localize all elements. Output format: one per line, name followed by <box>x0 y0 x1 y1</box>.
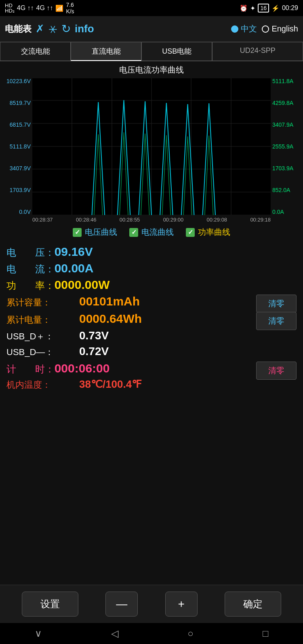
chart-title: 电压电流功率曲线 <box>3 65 300 75</box>
settings-button[interactable]: 设置 <box>22 592 78 617</box>
timer-value: 000:06:00 <box>55 362 110 375</box>
bluetooth-nav-icon[interactable]: ✗ <box>36 23 44 35</box>
time-display: 00:29 <box>282 4 298 12</box>
bluetooth-status-icon: ✦ <box>250 4 255 12</box>
wifi-icon: 📶 <box>55 4 63 12</box>
voltage-label: 电 压： <box>6 246 55 259</box>
chart-section: 电压电流功率曲线 10223.6V 8519.7V 6815.7V 5111.8… <box>0 61 303 223</box>
status-left: HDHD₂ 4G ↑↑ 4G ↑↑ 📶 7.6K/s <box>5 2 74 15</box>
temp-row: 机内温度： 38℃/100.4℉ <box>6 378 297 391</box>
data-section: 电 压： 09.16V 电 流： 00.00A 功 率： 0000.00W 累计… <box>0 242 303 397</box>
power-row: 功 率： 0000.00W <box>6 278 297 292</box>
y-right-label-4: 1703.9A <box>272 165 300 171</box>
nav-recent-button[interactable]: □ <box>263 628 269 639</box>
current-value: 00.00A <box>55 261 94 275</box>
voltage-checkbox[interactable]: ✓ <box>73 228 82 237</box>
voltage-legend-label: 电压曲线 <box>85 227 117 238</box>
minus-button[interactable]: — <box>105 592 138 617</box>
nav-down-button[interactable]: ∨ <box>35 628 42 639</box>
plus-button[interactable]: + <box>165 592 198 617</box>
lang-zh-option[interactable]: 中文 <box>231 23 257 34</box>
current-label: 电 流： <box>6 263 55 276</box>
hd-indicator: HDHD₂ <box>5 3 15 13</box>
legend-voltage[interactable]: ✓ 电压曲线 <box>73 227 117 238</box>
top-nav: 电能表 ✗ ⚹ ↻ info 中文 English <box>0 16 303 42</box>
clear-capacity-button[interactable]: 清零 <box>256 295 297 313</box>
tab-usb[interactable]: USB电能 <box>141 42 212 61</box>
y-left-label-6: 0.0V <box>3 209 31 215</box>
nav-back-button[interactable]: ◁ <box>111 628 118 639</box>
current-checkbox[interactable]: ✓ <box>129 228 138 237</box>
usb-d-plus-row: USB_D＋： 0.73V <box>6 329 297 343</box>
tab-bar: 交流电能 直流电能 USB电能 UD24-SPP <box>0 42 303 61</box>
y-left-label-1: 8519.7V <box>3 100 31 106</box>
y-left-label-4: 3407.9V <box>3 165 31 171</box>
bluetooth-icon[interactable]: ⚹ <box>48 23 57 35</box>
power-value: 0000.00W <box>55 278 110 292</box>
y-right-label-0: 5111.8A <box>272 78 300 84</box>
lang-en-label: English <box>271 24 298 33</box>
charging-icon: ⚡ <box>271 4 280 12</box>
usb-d-minus-value: 0.72V <box>79 345 109 358</box>
capacity-label: 累计容量： <box>6 297 79 309</box>
chart-main <box>32 78 271 215</box>
info-label[interactable]: info <box>75 23 94 35</box>
legend-power[interactable]: ✓ 功率曲线 <box>186 227 230 238</box>
x-label-4: 00:29:08 <box>207 217 227 223</box>
signal-4g-2: 4G ↑↑ <box>36 4 53 12</box>
language-selector: 中文 English <box>231 23 298 34</box>
x-label-2: 00:28:55 <box>120 217 140 223</box>
y-left-label-3: 5111.8V <box>3 143 31 150</box>
y-right-label-2: 3407.9A <box>272 121 300 128</box>
energy-label: 累计电量： <box>6 314 79 326</box>
y-left-label-5: 1703.9V <box>3 187 31 193</box>
clear-timer-button[interactable]: 清零 <box>256 362 297 380</box>
alarm-icon: ⏰ <box>240 4 248 12</box>
energy-row: 累计电量： 0000.64Wh 清零 <box>6 312 297 326</box>
clear-energy-button[interactable]: 清零 <box>256 312 297 330</box>
y-right-label-5: 852.0A <box>272 187 300 193</box>
voltage-value: 09.16V <box>55 245 93 259</box>
bottom-bar: 设置 — + 确定 <box>0 585 303 623</box>
chart-container: 10223.6V 8519.7V 6815.7V 5111.8V 3407.9V… <box>3 78 300 215</box>
refresh-icon[interactable]: ↻ <box>61 22 71 36</box>
usb-d-minus-label: USB_D—： <box>6 346 79 358</box>
nav-home-button[interactable]: ○ <box>187 628 194 639</box>
timer-row: 计 时： 000:06:00 清零 <box>6 362 297 376</box>
legend-current[interactable]: ✓ 电流曲线 <box>129 227 174 238</box>
chart-legend: ✓ 电压曲线 ✓ 电流曲线 ✓ 功率曲线 <box>0 223 303 242</box>
power-checkbox[interactable]: ✓ <box>186 228 195 237</box>
y-right-label-3: 2555.9A <box>272 143 300 150</box>
battery-indicator: 16 <box>258 4 269 13</box>
chart-y-right: 5111.8A 4259.8A 3407.9A 2555.9A 1703.9A … <box>271 78 300 215</box>
temp-label: 机内温度： <box>6 379 79 391</box>
system-nav: ∨ ◁ ○ □ <box>0 623 303 644</box>
energy-value: 0000.64Wh <box>79 312 142 326</box>
usb-d-plus-label: USB_D＋： <box>6 330 79 343</box>
tab-device: UD24-SPP <box>212 42 303 61</box>
tab-dc[interactable]: 直流电能 <box>71 42 141 61</box>
status-bar: HDHD₂ 4G ↑↑ 4G ↑↑ 📶 7.6K/s ⏰ ✦ 16 ⚡ 00:2… <box>0 0 303 16</box>
current-row: 电 流： 00.00A <box>6 261 297 276</box>
y-right-label-1: 4259.8A <box>272 100 300 106</box>
y-right-label-6: 0.0A <box>272 209 300 215</box>
status-right: ⏰ ✦ 16 ⚡ 00:29 <box>240 4 298 13</box>
y-left-label-2: 6815.7V <box>3 121 31 128</box>
chart-x-labels: 00:28:37 00:28:46 00:28:55 00:29:00 00:2… <box>3 215 300 223</box>
lang-en-option[interactable]: English <box>262 24 298 33</box>
x-label-5: 00:29:18 <box>250 217 271 223</box>
usb-d-plus-value: 0.73V <box>79 329 109 342</box>
confirm-button[interactable]: 确定 <box>225 592 281 617</box>
tab-ac[interactable]: 交流电能 <box>0 42 71 61</box>
timer-label: 计 时： <box>6 363 55 376</box>
app-title: 电能表 <box>5 23 32 35</box>
current-legend-label: 电流曲线 <box>141 227 174 238</box>
x-label-0: 00:28:37 <box>32 217 53 223</box>
temp-value: 38℃/100.4℉ <box>79 378 142 391</box>
chart-y-left: 10223.6V 8519.7V 6815.7V 5111.8V 3407.9V… <box>3 78 32 215</box>
x-label-3: 00:29:00 <box>163 217 184 223</box>
y-left-label-0: 10223.6V <box>3 78 31 84</box>
speed-indicator: 7.6K/s <box>66 2 74 15</box>
lang-en-radio[interactable] <box>262 25 269 33</box>
lang-zh-radio[interactable] <box>231 25 238 33</box>
